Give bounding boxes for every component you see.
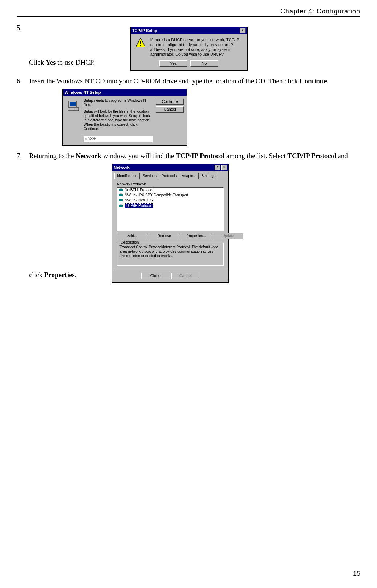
list-item[interactable]: NetBEUI Protocol: [117, 188, 223, 193]
list-item-selected[interactable]: TCP/IP Protocol: [117, 203, 223, 209]
step-number-5: 5.: [17, 24, 29, 33]
network-titlebar: Network ? ×: [112, 164, 228, 171]
tcpip-setup-dialog: TCP/IP Setup × ! If there is a DHCP serv…: [130, 27, 248, 71]
step7-b3: TCP/IP Protocol: [287, 152, 336, 160]
step-number-7: 7.: [17, 152, 29, 161]
step7-seg1: Returning to the: [29, 152, 76, 160]
cancel-button[interactable]: Cancel: [156, 106, 184, 112]
network-title: Network: [114, 165, 129, 170]
update-button: Update: [213, 233, 243, 239]
tab-adapters[interactable]: Adapters: [179, 173, 199, 179]
no-button[interactable]: No: [190, 60, 218, 67]
tcpip-setup-titlebar: TCP/IP Setup ×: [131, 27, 247, 34]
svg-rect-8: [119, 194, 123, 196]
continue-button[interactable]: Continue: [156, 99, 184, 105]
tab-bindings[interactable]: Bindings: [199, 173, 218, 179]
properties-button[interactable]: Properties...: [181, 233, 211, 239]
tcpip-setup-title: TCP/IP Setup: [132, 28, 157, 33]
computer-icon: [66, 99, 81, 113]
network-tabs: Identification Services Protocols Adapte…: [112, 171, 228, 179]
help-icon[interactable]: ?: [215, 165, 220, 170]
add-button[interactable]: Add...: [117, 233, 147, 239]
protocol-icon: [119, 193, 123, 197]
nt-setup-dialog: Windows NT Setup Setup needs to copy som…: [62, 89, 187, 146]
network-dialog: Network ? × Identification Services Prot…: [112, 164, 229, 283]
tab-services[interactable]: Services: [140, 173, 159, 179]
protocols-listbox[interactable]: NetBEUI Protocol NWLink IPX/SPX Compatib…: [117, 187, 224, 231]
svg-rect-7: [120, 188, 122, 189]
chapter-header: Chapter 4: Configuration: [17, 7, 360, 17]
step-number-6: 6.: [17, 77, 29, 86]
step6-post: .: [327, 77, 329, 85]
step7-seg3: among the list. Select: [224, 152, 287, 160]
step5-bold: Yes: [46, 59, 56, 66]
step5-post: to use DHCP.: [56, 59, 95, 66]
description-text: Transport Control Protocol/Internet Prot…: [119, 245, 221, 258]
protocol-icon: [119, 188, 123, 192]
list-item[interactable]: NWLink IPX/SPX Compatible Transport: [117, 193, 223, 198]
close-icon[interactable]: ×: [221, 165, 227, 170]
warning-icon: !: [135, 37, 146, 48]
step5-text: Click Yes to use DHCP.: [29, 59, 97, 66]
page-number: 15: [353, 569, 360, 578]
step7-b1: Network: [76, 152, 101, 160]
step6-bold: Continue: [300, 77, 327, 85]
path-input[interactable]: d:\i386: [84, 136, 153, 142]
svg-rect-9: [120, 193, 122, 194]
step6-text: Insert the Windows NT CD into your CD-RO…: [29, 77, 329, 85]
tab-protocols[interactable]: Protocols: [159, 173, 179, 179]
svg-text:!: !: [139, 40, 142, 47]
nt-setup-title: Windows NT Setup: [65, 90, 101, 95]
svg-rect-5: [75, 109, 77, 109]
nt-setup-line1: Setup needs to copy some Windows NT file…: [84, 99, 153, 107]
description-label: Description:: [119, 240, 141, 245]
tcpip-setup-message: If there is a DHCP server on your networ…: [150, 37, 241, 57]
step7-seg2: window, you will find the: [101, 152, 176, 160]
svg-rect-13: [120, 204, 122, 205]
list-item[interactable]: NWLink NetBIOS: [117, 198, 223, 203]
step5-pre: Click: [29, 59, 46, 66]
svg-rect-12: [119, 205, 123, 207]
svg-rect-10: [119, 199, 123, 201]
step7-b2: TCP/IP Protocol: [176, 152, 224, 160]
cancel-button-disabled: Cancel: [171, 273, 199, 279]
protocol-icon: [119, 198, 123, 203]
step7-b4: Properties: [44, 271, 75, 279]
step7-seg5: .: [75, 271, 77, 279]
svg-rect-3: [70, 102, 76, 106]
step6-pre: Insert the Windows NT CD into your CD-RO…: [29, 77, 300, 85]
svg-rect-11: [120, 199, 122, 199]
remove-button[interactable]: Remove: [149, 233, 179, 239]
close-button[interactable]: Close: [141, 273, 169, 279]
protocols-list-label: Network Protocols:: [117, 182, 224, 187]
protocol-icon: [119, 204, 123, 208]
svg-rect-6: [119, 189, 123, 191]
close-icon[interactable]: ×: [240, 28, 246, 33]
nt-setup-line2: Setup will look for the files in the loc…: [84, 109, 153, 131]
yes-button[interactable]: Yes: [159, 60, 187, 67]
tab-identification[interactable]: Identification: [114, 173, 140, 179]
nt-setup-titlebar: Windows NT Setup: [63, 89, 187, 96]
